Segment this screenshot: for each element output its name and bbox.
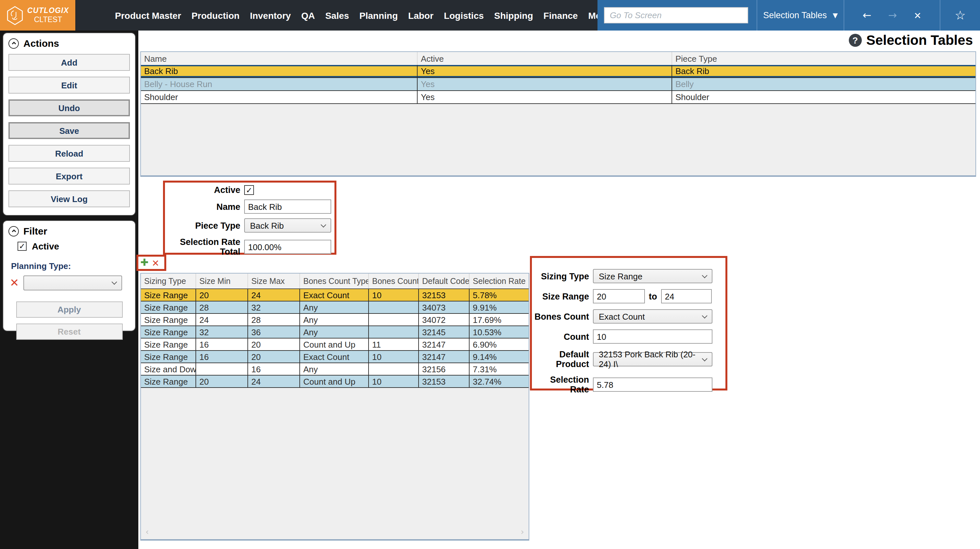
size-min-input[interactable]: [593, 289, 645, 303]
table-row[interactable]: Size Range3236Any3214510.53%: [141, 326, 529, 338]
table-row[interactable]: Size Range1620Count and Up11321476.90%: [141, 338, 529, 351]
table-cell: 10: [369, 351, 419, 362]
table-row[interactable]: Back RibYesBack Rib: [141, 65, 975, 78]
table-row[interactable]: Belly - House RunYesBelly: [141, 78, 975, 91]
grid-header: NameActivePiece Type: [141, 52, 975, 65]
edit-button[interactable]: Edit: [8, 77, 130, 94]
reload-button[interactable]: Reload: [8, 145, 130, 162]
add-button[interactable]: Add: [8, 54, 130, 71]
column-header-piece-type[interactable]: Piece Type: [672, 52, 975, 65]
column-header-selection-rate[interactable]: Selection Rate: [469, 273, 529, 289]
table-cell: Size Range: [141, 302, 196, 313]
column-header-active[interactable]: Active: [418, 52, 672, 65]
reset-button[interactable]: Reset: [16, 324, 123, 340]
column-header-name[interactable]: Name: [141, 52, 418, 65]
chevron-down-icon: [702, 313, 708, 318]
table-cell: 32: [196, 326, 248, 338]
table-cell: 6.90%: [469, 338, 529, 350]
view-log-button[interactable]: View Log: [8, 190, 130, 207]
scroll-right-icon[interactable]: ›: [521, 527, 524, 537]
table-cell: Yes: [418, 78, 672, 90]
count-input[interactable]: [593, 329, 713, 344]
scroll-left-icon[interactable]: ‹: [145, 527, 149, 537]
clear-filter-icon[interactable]: ✕: [10, 278, 19, 289]
menu-item-qa[interactable]: QA: [296, 10, 320, 21]
bones-count-select[interactable]: Exact Count: [593, 309, 713, 324]
name-input[interactable]: [244, 199, 331, 214]
table-cell: Any: [300, 314, 369, 326]
collapse-chevron-icon[interactable]: [8, 38, 19, 48]
column-header-bones-count-type[interactable]: Bones Count Type: [300, 273, 369, 289]
column-header-default-code[interactable]: Default Code: [419, 273, 469, 289]
save-button[interactable]: Save: [8, 122, 130, 139]
filter-active-checkbox[interactable]: [18, 242, 27, 251]
help-icon[interactable]: ?: [849, 34, 862, 47]
add-row-icon[interactable]: ✚: [140, 258, 148, 268]
table-cell: Belly: [672, 78, 975, 90]
delete-row-icon[interactable]: ✕: [152, 258, 159, 267]
collapse-chevron-icon[interactable]: [8, 226, 19, 236]
close-icon[interactable]: ✕: [905, 11, 930, 20]
export-button[interactable]: Export: [8, 168, 130, 185]
selection-tables-grid: NameActivePiece Type Back RibYesBack Rib…: [140, 51, 976, 177]
menu-item-sales[interactable]: Sales: [320, 10, 354, 21]
filter-panel: Filter Active Planning Type: ✕ Apply Res…: [3, 220, 136, 331]
planning-type-select[interactable]: [24, 276, 123, 290]
column-header-bones-count[interactable]: Bones Count: [369, 273, 419, 289]
table-cell: [369, 302, 419, 313]
menu-item-production[interactable]: Production: [186, 10, 245, 21]
actions-panel: Actions AddEditUndoSaveReloadExportView …: [3, 32, 136, 216]
planning-type-label: Planning Type:: [11, 261, 135, 271]
column-header-size-min[interactable]: Size Min: [196, 273, 248, 289]
table-cell: Exact Count: [300, 289, 369, 301]
table-cell: Size Range: [141, 326, 196, 338]
table-row[interactable]: Size and Down16Any321567.31%: [141, 363, 529, 375]
sizing-type-select[interactable]: Size Range: [593, 269, 713, 283]
page-title-text: Selection Tables: [866, 32, 973, 48]
top-navbar: CUTLOGIX CLTEST Product MasterProduction…: [0, 0, 980, 30]
sidebar: Actions AddEditUndoSaveReloadExportView …: [0, 30, 138, 549]
favorite-star-icon[interactable]: ☆: [955, 9, 966, 21]
table-row[interactable]: Size Range2024Exact Count10321535.78%: [141, 289, 529, 302]
menu-item-planning[interactable]: Planning: [354, 10, 403, 21]
apply-button[interactable]: Apply: [16, 302, 123, 318]
menu-item-inventory[interactable]: Inventory: [245, 10, 296, 21]
name-label: Name: [165, 202, 244, 211]
brand-logo[interactable]: CUTLOGIX CLTEST: [0, 0, 76, 30]
goto-screen-input[interactable]: [604, 7, 748, 23]
screen-selector[interactable]: Selection Tables ▼: [757, 10, 844, 20]
table-row[interactable]: Size Range2024Count and Up103215332.74%: [141, 375, 529, 388]
size-max-input[interactable]: [661, 289, 712, 303]
active-checkbox[interactable]: [244, 185, 254, 195]
table-cell: Any: [300, 302, 369, 313]
navbar-right: Selection Tables ▼ ← → ✕ ☆: [598, 0, 980, 30]
menu-item-metrics[interactable]: Metrics: [583, 10, 598, 21]
menu-item-finance[interactable]: Finance: [538, 10, 583, 21]
table-row[interactable]: Size Range2832Any340739.91%: [141, 302, 529, 314]
table-row[interactable]: Size Range1620Exact Count10321479.14%: [141, 351, 529, 363]
piece-type-select[interactable]: Back Rib: [244, 218, 331, 233]
back-icon[interactable]: ←: [854, 10, 880, 21]
table-cell: 10: [369, 375, 419, 387]
table-row[interactable]: ShoulderYesShoulder: [141, 91, 975, 104]
menu-item-product-master[interactable]: Product Master: [110, 10, 186, 21]
selection-rate-input[interactable]: [593, 377, 713, 392]
selection-rate-total-input[interactable]: [244, 240, 331, 254]
forward-icon[interactable]: →: [880, 10, 905, 21]
table-cell: 9.14%: [469, 351, 529, 362]
table-cell: [369, 326, 419, 338]
table-row[interactable]: Size Range2428Any3407217.69%: [141, 314, 529, 326]
default-product-select[interactable]: 32153 Pork Back Rib (20-24) I\: [593, 352, 713, 366]
menu-item-shipping[interactable]: Shipping: [489, 10, 538, 21]
column-header-size-max[interactable]: Size Max: [248, 273, 300, 289]
table-cell: Shoulder: [141, 91, 418, 103]
selection-rate-total-label: Selection Rate Total: [165, 237, 244, 257]
table-cell: 32147: [419, 351, 469, 362]
table-cell: 32: [248, 302, 300, 313]
menu-item-logistics[interactable]: Logistics: [439, 10, 489, 21]
app-window: CUTLOGIX CLTEST Product MasterProduction…: [0, 0, 980, 549]
undo-button[interactable]: Undo: [8, 99, 130, 116]
table-cell: 16: [196, 338, 248, 350]
menu-item-labor[interactable]: Labor: [403, 10, 439, 21]
column-header-sizing-type[interactable]: Sizing Type: [141, 273, 196, 289]
